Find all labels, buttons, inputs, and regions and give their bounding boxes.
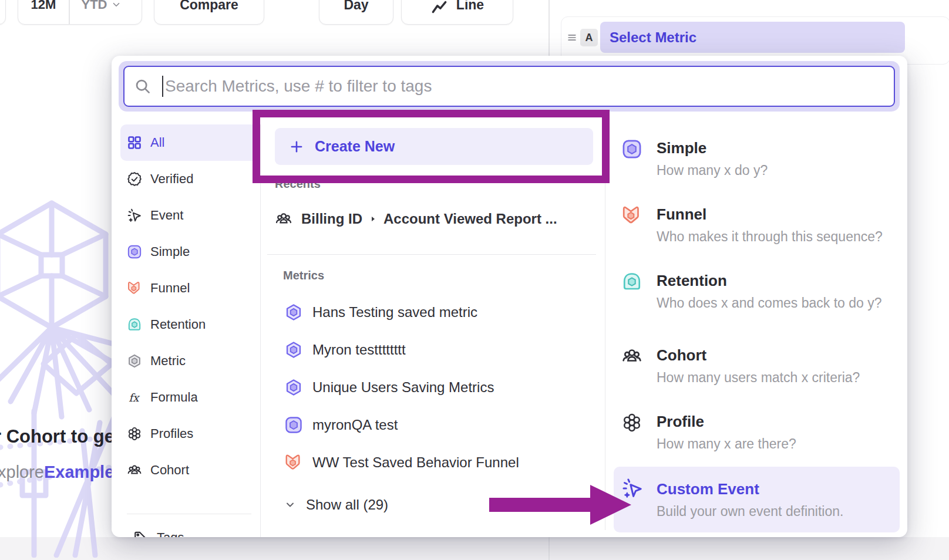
category-label: All bbox=[150, 135, 164, 150]
category-profiles[interactable]: Profiles bbox=[120, 416, 260, 452]
chart-type-label: Line bbox=[456, 0, 484, 24]
date-range-ytd-label: YTD bbox=[82, 0, 107, 24]
interval-day-button[interactable]: Day bbox=[319, 0, 393, 25]
category-label: Funnel bbox=[150, 281, 190, 296]
metric-type-funnel[interactable]: Funnel Who makes it through this sequenc… bbox=[621, 203, 883, 245]
category-label: Event bbox=[150, 208, 183, 223]
category-sidebar: All Verified Event Simple Funnel Retenti… bbox=[120, 124, 261, 537]
saved-metric-row[interactable]: Unique Users Saving Metrics bbox=[284, 369, 494, 406]
chevron-down-icon bbox=[111, 0, 122, 10]
saved-metric-row[interactable]: myronQA test bbox=[284, 406, 398, 444]
cohort-people-icon bbox=[275, 210, 292, 228]
funnel-icon bbox=[127, 281, 142, 296]
column-divider bbox=[605, 124, 605, 530]
category-formula[interactable]: Formula bbox=[120, 379, 260, 416]
category-label: Metric bbox=[150, 353, 186, 369]
retention-icon bbox=[621, 271, 642, 292]
compare-label: Compare bbox=[180, 0, 238, 24]
grid-icon bbox=[127, 135, 142, 150]
saved-metric-label: myronQA test bbox=[312, 417, 398, 433]
metric-type-retention[interactable]: Retention Who does x and comes back to d… bbox=[621, 269, 882, 311]
type-title: Cohort bbox=[657, 343, 860, 367]
simple-box-icon bbox=[127, 244, 142, 259]
recent-item[interactable]: Billing ID Account Viewed Report ... bbox=[275, 205, 557, 232]
metric-type-custom-event[interactable]: Custom Event Build your own event defini… bbox=[614, 467, 900, 532]
saved-metric-label: WW Test Saved Behavior Funnel bbox=[312, 454, 519, 471]
series-a-badge: A bbox=[580, 29, 598, 46]
metric-hexagon-icon bbox=[284, 340, 303, 359]
category-label: Formula bbox=[150, 390, 198, 405]
background-headline-fragment: r Cohort to ge bbox=[0, 426, 115, 447]
category-cohort[interactable]: Cohort bbox=[120, 452, 260, 488]
cohort-people-icon bbox=[127, 463, 142, 478]
type-title: Profile bbox=[657, 410, 796, 433]
caret-right-icon bbox=[368, 214, 378, 224]
simple-box-icon bbox=[284, 416, 303, 434]
category-label: Retention bbox=[150, 317, 206, 332]
retention-icon bbox=[127, 317, 142, 332]
show-all-label: Show all (29) bbox=[306, 497, 388, 513]
search-icon bbox=[134, 77, 152, 95]
type-title: Custom Event bbox=[657, 477, 843, 501]
compare-button[interactable]: Compare bbox=[154, 0, 264, 25]
formula-fx-icon bbox=[127, 390, 142, 405]
category-funnel[interactable]: Funnel bbox=[120, 270, 260, 306]
category-retention[interactable]: Retention bbox=[120, 306, 260, 343]
type-title: Simple bbox=[657, 136, 768, 160]
profiles-flower-icon bbox=[127, 426, 142, 441]
saved-metric-label: Hans Testing saved metric bbox=[312, 304, 477, 321]
metric-type-profile[interactable]: Profile How many x are there? bbox=[621, 410, 796, 452]
category-label: Tags bbox=[157, 530, 184, 537]
date-range-ytd-button[interactable]: YTD bbox=[70, 0, 133, 24]
funnel-icon bbox=[621, 205, 642, 226]
text-cursor bbox=[162, 76, 163, 97]
metric-type-simple[interactable]: Simple How many x do y? bbox=[621, 136, 768, 178]
search-input[interactable]: Search Metrics, use # to filter to tags bbox=[123, 66, 895, 107]
search-focus-ring: Search Metrics, use # to filter to tags bbox=[119, 61, 900, 112]
chart-type-line-button[interactable]: Line bbox=[401, 0, 513, 25]
saved-metric-row[interactable]: WW Test Saved Behavior Funnel bbox=[284, 444, 519, 481]
custom-event-cursor-icon bbox=[621, 477, 644, 500]
decorative-wireframe-illustration bbox=[0, 195, 117, 558]
saved-metric-row[interactable]: Myron testttttttt bbox=[284, 331, 406, 369]
cohort-people-icon bbox=[621, 346, 642, 367]
type-description: How many users match x criteria? bbox=[657, 369, 860, 386]
plus-icon bbox=[289, 139, 304, 154]
category-label: Cohort bbox=[150, 463, 189, 478]
type-description: Who does x and comes back to do y? bbox=[657, 295, 882, 311]
line-chart-icon bbox=[430, 0, 448, 16]
drag-handle-icon[interactable] bbox=[566, 32, 578, 43]
create-new-button[interactable]: Create New bbox=[275, 128, 593, 165]
category-metric[interactable]: Metric bbox=[120, 343, 260, 379]
page-lower-strip bbox=[0, 537, 949, 560]
verified-badge-icon bbox=[127, 171, 142, 187]
category-tags[interactable]: Tags bbox=[127, 519, 258, 537]
category-all[interactable]: All bbox=[120, 124, 260, 161]
date-range-12m-label: 12M bbox=[31, 0, 56, 24]
show-all-toggle[interactable]: Show all (29) bbox=[284, 488, 388, 521]
example-boards-link[interactable]: Example B bbox=[44, 463, 115, 481]
create-new-label: Create New bbox=[315, 138, 395, 155]
recent-item-detail: Account Viewed Report ... bbox=[383, 211, 557, 227]
funnel-icon bbox=[284, 453, 303, 472]
category-verified[interactable]: Verified bbox=[120, 161, 260, 197]
section-divider bbox=[267, 254, 596, 255]
category-label: Simple bbox=[150, 244, 190, 259]
toolbar-button-fragment[interactable] bbox=[0, 0, 6, 25]
profiles-flower-icon bbox=[621, 412, 642, 433]
event-cursor-icon bbox=[127, 208, 142, 223]
metric-type-cohort[interactable]: Cohort How many users match x criteria? bbox=[621, 343, 860, 386]
sidebar-divider bbox=[127, 514, 251, 514]
recent-item-name: Billing ID bbox=[301, 211, 362, 227]
select-metric-dropdown[interactable]: Select Metric bbox=[600, 22, 905, 53]
saved-metric-row[interactable]: Hans Testing saved metric bbox=[284, 294, 477, 331]
metric-hexagon-icon bbox=[284, 378, 303, 397]
category-event[interactable]: Event bbox=[120, 197, 260, 234]
metrics-heading: Metrics bbox=[283, 269, 324, 282]
category-simple[interactable]: Simple bbox=[120, 234, 260, 270]
date-range-12m-button[interactable]: 12M bbox=[18, 0, 69, 24]
series-a-label: A bbox=[585, 32, 593, 44]
type-description: How many x are there? bbox=[657, 436, 796, 452]
recents-heading: Recents bbox=[275, 177, 321, 191]
tag-icon bbox=[133, 530, 149, 537]
